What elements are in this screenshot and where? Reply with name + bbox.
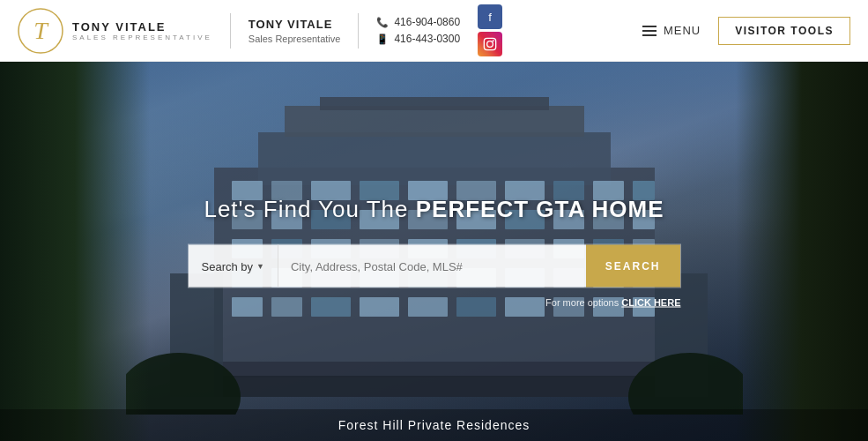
- caption-text: Forest Hill Private Residences: [338, 418, 530, 432]
- svg-rect-59: [214, 362, 655, 377]
- menu-label: MENU: [664, 24, 701, 37]
- search-by-button[interactable]: Search by ▼: [189, 245, 278, 288]
- visitor-tools-button[interactable]: VISITOR TOOLS: [718, 17, 850, 45]
- phone-number-1: 416-904-0860: [394, 16, 460, 28]
- hero-caption: Forest Hill Private Residences: [0, 409, 868, 441]
- phone-icon-1: 📞: [376, 17, 389, 28]
- logo-subtitle: SALES REPRESENTATIVE: [72, 34, 212, 41]
- instagram-icon[interactable]: [478, 32, 502, 56]
- dropdown-arrow-icon: ▼: [256, 262, 264, 271]
- svg-rect-60: [214, 376, 655, 397]
- svg-text:T: T: [33, 17, 49, 44]
- contact-info: TONY VITALE Sales Representative: [249, 18, 341, 44]
- svg-rect-6: [258, 132, 611, 185]
- menu-button[interactable]: MENU: [642, 24, 701, 37]
- search-input[interactable]: [278, 245, 586, 288]
- hero-title: Let's Find You The PERFECT GTA HOME: [179, 196, 690, 223]
- social-icons: f: [478, 4, 502, 56]
- header-divider-1: [230, 13, 231, 49]
- hero-section: Let's Find You The PERFECT GTA HOME Sear…: [0, 62, 868, 441]
- logo-brand-name: TONY VITALE: [72, 20, 212, 34]
- tree-right: [736, 62, 868, 441]
- header-right: MENU VISITOR TOOLS: [642, 17, 850, 45]
- phone-icon-2: 📱: [376, 34, 389, 45]
- phone-number-2: 416-443-0300: [394, 33, 460, 45]
- hero-title-prefix: Let's Find You The: [204, 196, 415, 222]
- facebook-icon[interactable]: f: [478, 4, 502, 29]
- logo-icon: T: [18, 8, 63, 54]
- tree-left: [0, 62, 150, 441]
- search-button[interactable]: SEARCH: [586, 245, 680, 288]
- svg-rect-8: [320, 97, 549, 110]
- svg-point-4: [493, 40, 494, 41]
- site-header: T TONY VITALE SALES REPRESENTATIVE TONY …: [0, 0, 868, 62]
- svg-rect-7: [285, 106, 584, 137]
- search-by-label: Search by: [202, 259, 254, 273]
- phone-line-2: 📱 416-443-0300: [376, 33, 460, 45]
- contact-title: Sales Representative: [249, 34, 341, 44]
- hero-content: Let's Find You The PERFECT GTA HOME Sear…: [179, 196, 690, 308]
- logo-area: T TONY VITALE SALES REPRESENTATIVE: [18, 8, 212, 54]
- more-options-text: For more options CLICK HERE: [188, 297, 681, 308]
- svg-point-3: [487, 41, 493, 48]
- phone-line-1: 📞 416-904-0860: [376, 16, 460, 28]
- search-box: Search by ▼ SEARCH: [188, 244, 681, 288]
- header-divider-2: [358, 13, 359, 49]
- phone-block: 📞 416-904-0860 📱 416-443-0300: [376, 16, 460, 45]
- hero-title-bold: PERFECT GTA HOME: [416, 196, 664, 222]
- hamburger-icon: [642, 26, 657, 36]
- more-options-prefix: For more options: [545, 297, 621, 308]
- contact-name: TONY VITALE: [249, 18, 341, 31]
- svg-rect-2: [484, 38, 495, 49]
- click-here-link[interactable]: CLICK HERE: [621, 297, 680, 308]
